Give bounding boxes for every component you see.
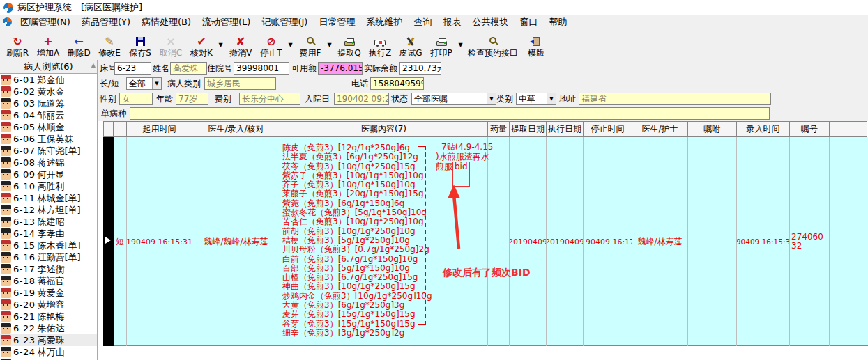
cell-duration[interactable]: 短 — [114, 137, 127, 346]
patient-list-item[interactable]: 6-05 林顺金 — [0, 121, 97, 133]
patient-list-item[interactable]: 6-14 李孝由 — [0, 228, 97, 240]
template-button[interactable]: 模版 — [521, 31, 551, 58]
patient-list-item[interactable]: 6-01 郑金仙 — [0, 74, 97, 86]
print-button[interactable]: 打印P — [426, 31, 457, 58]
menu-item[interactable]: 日常管理 — [313, 17, 360, 27]
cell-remark[interactable] — [688, 137, 737, 346]
cell-stop-time[interactable]: 190409 16:17 — [584, 137, 632, 346]
cell-order-no[interactable]: 27406032 — [790, 137, 830, 346]
check-label: 核对K — [190, 48, 213, 58]
balance-field[interactable]: 2310.73元 — [399, 62, 441, 75]
stop-dropdown-caret[interactable]: ▼ — [287, 31, 294, 58]
patient-list-item[interactable]: 6-23 高爱珠 — [0, 334, 97, 346]
cell-dose[interactable] — [488, 137, 510, 346]
menu-item[interactable]: 系统维护 — [360, 17, 408, 27]
cell-execute-date[interactable]: 20190409 — [547, 137, 584, 346]
patient-list-item[interactable]: 6-22 朱佑达 — [0, 322, 97, 334]
fee-type-field[interactable]: 长乐分中心 — [239, 93, 300, 105]
status-select[interactable]: 全部医嘱 ▼ — [411, 93, 496, 105]
menu-item[interactable]: 医嘱管理(N) — [15, 17, 76, 27]
col-header-duration — [114, 121, 127, 137]
patient-list-item[interactable]: 6-13 陈建昭 — [0, 216, 97, 228]
fee-label: 费用F — [300, 48, 321, 58]
duration-dropdown-icon[interactable]: ▼ — [152, 78, 161, 89]
check-appointment-interface-button[interactable]: 检查预约接口 — [465, 31, 521, 58]
cell-doctor-nurse[interactable]: 魏峰/林寿莲 — [632, 137, 688, 346]
fee-button[interactable]: 费用F — [295, 31, 326, 58]
medicine-line: 大黄（免煎3）[6g/1g*250g]3g — [282, 301, 487, 310]
type-dropdown-icon[interactable]: ▼ — [547, 93, 556, 104]
bed-field[interactable]: 6-23 — [114, 62, 151, 75]
cell-doctor-entry-check[interactable]: 魏峰/魏峰/林寿莲 — [192, 137, 280, 346]
address-field[interactable]: 福建省 — [579, 93, 771, 105]
cell-start-time[interactable]: 190409 16:15:31 — [127, 137, 192, 346]
status-dropdown-icon[interactable]: ▼ — [487, 93, 496, 104]
category-field[interactable]: 城乡居民 — [204, 77, 276, 90]
menu-item[interactable]: 流动管理(L) — [197, 17, 256, 27]
patient-list-item[interactable]: 6-02 黄水金 — [0, 86, 97, 97]
modify-button[interactable]: ✎ 修改E — [94, 31, 125, 58]
type-select[interactable]: 中草 ▼ — [516, 93, 556, 105]
menu-item[interactable]: 病情处理(B) — [136, 17, 197, 27]
patient-list-item[interactable]: 6-20 黄增容 — [0, 299, 97, 311]
stop-button[interactable]: ⊘ 停止T — [256, 31, 287, 58]
phone-field[interactable]: 15880495998 — [370, 77, 424, 90]
patient-bed: 6-02 — [13, 86, 36, 97]
print-dropdown-caret[interactable]: ▼ — [457, 31, 464, 58]
patient-list-item[interactable]: 6-10 高胜利 — [0, 180, 97, 192]
patient-list-item[interactable]: 6-11 林城金[单] — [0, 192, 97, 204]
menu-item[interactable]: 记账管理(J) — [256, 17, 313, 27]
patient-list-item[interactable]: 6-17 李述衡 — [0, 263, 97, 275]
patient-list-item[interactable]: 6-18 蒋福官 — [0, 275, 97, 287]
patient-list-item[interactable]: 6-16 江勤营[单] — [0, 251, 97, 263]
skin-test-button[interactable]: 皮试G — [395, 31, 426, 58]
delete-button[interactable]: ← 删除D — [63, 31, 94, 58]
patient-list-item[interactable]: 6-24 林万山 — [0, 346, 97, 358]
check-button[interactable]: ✔ 核对K — [186, 31, 217, 58]
menu-item[interactable]: 帮助 — [543, 17, 572, 27]
undo-button[interactable]: ✘ 撤消V — [225, 31, 256, 58]
menu-item[interactable]: 公共模块 — [466, 17, 514, 27]
age-field[interactable]: 77岁 — [176, 93, 208, 105]
patient-list-item[interactable]: 6-08 蒋述锦 — [0, 157, 97, 169]
fee-type-label: 费别 — [215, 93, 231, 105]
modify-label: 修改E — [98, 48, 121, 58]
patient-avatar-icon — [1, 288, 11, 298]
patient-list-item[interactable]: 6-09 何开显 — [0, 169, 97, 180]
cell-extract-date[interactable]: 20190409 — [510, 137, 547, 346]
cell-entry-time[interactable]: 190409 16:15:30 — [737, 137, 790, 346]
patient-list-item[interactable]: 6-21 陈艳梅 — [0, 311, 97, 322]
patient-list-item[interactable]: 6-06 王保英妹 — [0, 133, 97, 145]
add-button[interactable]: + 增加A — [33, 31, 63, 58]
patient-list-item[interactable]: 6-15 陈木香[单] — [0, 240, 97, 251]
patient-list-item[interactable]: 6-03 阮道筹 — [0, 97, 97, 109]
cell-order-content[interactable]: 陈皮（免煎3）[12g/1g*250g]6g 法半夏（免煎3）[6g/1g*25… — [280, 137, 488, 346]
patient-list-item[interactable]: 6-04 邹丽云 — [0, 109, 97, 121]
admit-date-field[interactable]: 190402 09:26 — [334, 93, 389, 105]
menu-item[interactable]: 报表 — [437, 17, 466, 27]
save-button[interactable]: 保存S — [125, 31, 155, 58]
duration-select[interactable]: 全部 ▼ — [126, 77, 162, 90]
extract-button[interactable]: 提取Q — [334, 31, 365, 58]
menu-item[interactable]: 窗口 — [514, 17, 543, 27]
medicine-line: 细辛（免煎3）[3g/1g*250g]2g — [282, 329, 487, 338]
fee-dropdown-caret[interactable]: ▼ — [326, 31, 333, 58]
admission-no-field[interactable]: 39998001 — [234, 62, 289, 75]
gender-field[interactable]: 女 — [119, 93, 153, 105]
single-disease-field[interactable] — [130, 107, 770, 120]
patient-list-item[interactable]: 6-12 林方坦[单] — [0, 204, 97, 216]
scroll-up-icon[interactable]: ▲ — [91, 62, 96, 68]
patient-name: 阮道筹 — [38, 97, 65, 110]
delete-label: 删除D — [67, 48, 90, 58]
orders-table: 起用时间 医生/录入/核对 医嘱内容(7) 药量 提取日期 执行日期 停止时间 … — [103, 121, 868, 346]
patient-list-item[interactable]: 6-19 黄爱金 — [0, 287, 97, 299]
check-dropdown-caret[interactable]: ▼ — [217, 31, 224, 58]
medicine-line: 芥子（免煎3）[10g/1g*150g]10g — [282, 180, 487, 189]
menu-item[interactable]: 药品管理(Y) — [76, 17, 136, 27]
refresh-button[interactable]: ↻ 刷新R — [2, 31, 33, 58]
available-amount-field[interactable]: -3776.015 — [318, 62, 363, 75]
menu-item[interactable]: 查询 — [408, 17, 437, 27]
execute-button[interactable]: 执行Z — [365, 31, 395, 58]
patient-list-item[interactable]: 6-07 陈守尧[单] — [0, 145, 97, 157]
name-field[interactable]: 高爱珠 — [170, 62, 207, 75]
